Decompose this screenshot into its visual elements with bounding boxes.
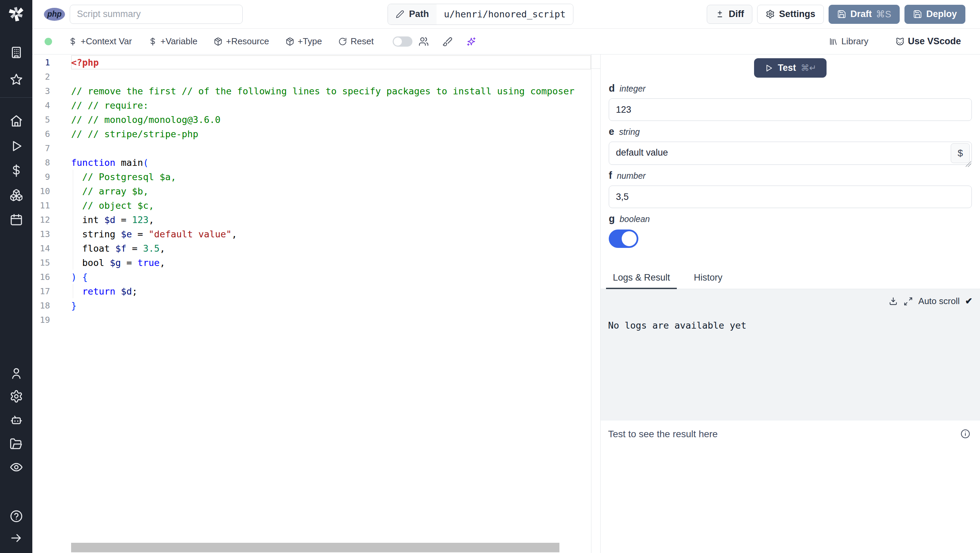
help-icon[interactable] xyxy=(9,509,24,524)
windmill-logo-icon[interactable] xyxy=(7,4,26,23)
resources-boxes-icon[interactable] xyxy=(9,188,24,202)
code-line: 1<?php xyxy=(32,55,591,70)
cat-vscode-icon xyxy=(896,37,904,46)
panel-splitter[interactable] xyxy=(591,54,601,553)
insert-variable-button[interactable]: $ xyxy=(951,143,970,163)
field-name: f xyxy=(609,170,612,181)
line-content: int $d = 123, xyxy=(71,212,591,227)
ai-sparkles-icon[interactable] xyxy=(466,37,476,47)
package-icon xyxy=(214,37,223,46)
autoscroll-label[interactable]: Auto scroll xyxy=(918,296,959,306)
test-shortcut: ⌘↵ xyxy=(801,63,816,73)
library-button[interactable]: Library xyxy=(829,36,868,47)
result-section: Test to see the result here xyxy=(601,421,980,553)
field-g: gboolean xyxy=(609,213,972,248)
star-icon[interactable] xyxy=(9,72,24,87)
code-line: 16) { xyxy=(32,270,591,284)
line-number: 1 xyxy=(32,57,71,67)
path-value: u/henri/honored_script xyxy=(437,4,573,24)
use-vscode-button[interactable]: Use VScode xyxy=(896,36,961,47)
download-logs-icon[interactable] xyxy=(888,296,898,306)
diff-button[interactable]: Diff xyxy=(707,5,752,24)
users-icon[interactable] xyxy=(418,37,429,47)
code-line: 15 bool $g = true, xyxy=(32,255,591,270)
runs-play-icon[interactable] xyxy=(9,139,24,154)
field-g-toggle[interactable] xyxy=(609,229,638,248)
line-content: float $f = 3.5, xyxy=(71,241,591,255)
audit-eye-icon[interactable] xyxy=(9,460,24,475)
editor-horizontal-scrollbar[interactable] xyxy=(71,543,559,552)
line-number: 9 xyxy=(32,172,71,182)
field-f-input[interactable] xyxy=(609,186,972,208)
building-icon[interactable] xyxy=(9,45,24,60)
add-resource-button[interactable]: +Resource xyxy=(214,36,269,47)
code-line: 13 string $e = "default value", xyxy=(32,227,591,241)
code-line: 12 int $d = 123, xyxy=(32,212,591,227)
line-content: <?php xyxy=(71,55,591,70)
logs-section: Auto scroll ✔ No logs are available yet xyxy=(601,289,980,421)
settings-gear-icon[interactable] xyxy=(9,389,24,404)
app-root: php Path u/henri/honored_script Diff xyxy=(0,0,980,553)
save-icon xyxy=(837,10,846,19)
schedules-calendar-icon[interactable] xyxy=(9,212,24,227)
line-number: 17 xyxy=(32,286,71,296)
line-number: 12 xyxy=(32,215,71,225)
gear-icon xyxy=(765,10,775,19)
script-summary-input[interactable] xyxy=(70,5,243,24)
splitter-handle[interactable] xyxy=(592,54,600,69)
line-content: // Postgresql $a, xyxy=(71,170,591,184)
path-label: Path xyxy=(409,9,429,19)
line-number: 10 xyxy=(32,186,71,196)
line-content: function main( xyxy=(71,155,591,170)
field-d-input[interactable] xyxy=(609,99,972,121)
line-content xyxy=(71,141,591,155)
expand-sidebar-arrow-icon[interactable] xyxy=(9,531,24,545)
resize-handle[interactable] xyxy=(966,161,971,167)
dollar-icon xyxy=(68,37,77,46)
field-e-textarea[interactable] xyxy=(609,142,972,165)
deploy-button[interactable]: Deploy xyxy=(904,5,966,24)
variables-dollar-icon[interactable] xyxy=(9,163,24,178)
add-context-var-button[interactable]: +Context Var xyxy=(68,36,132,47)
path-widget[interactable]: Path u/henri/honored_script xyxy=(388,4,573,25)
pencil-icon xyxy=(395,10,404,19)
user-icon[interactable] xyxy=(9,366,24,381)
line-content: } xyxy=(71,298,591,312)
settings-button[interactable]: Settings xyxy=(757,5,824,24)
add-type-button[interactable]: +Type xyxy=(285,36,322,47)
autoscroll-check-icon[interactable]: ✔ xyxy=(965,296,972,306)
info-icon[interactable] xyxy=(960,429,970,439)
library-icon xyxy=(829,37,838,46)
status-dot xyxy=(45,38,52,45)
home-icon[interactable] xyxy=(9,113,24,128)
expand-logs-icon[interactable] xyxy=(904,296,913,306)
play-icon xyxy=(764,64,773,73)
code-editor[interactable]: 1<?php23// remove the first // of the fo… xyxy=(32,54,591,553)
tab-history[interactable]: History xyxy=(687,273,729,289)
code-line: 11 // object $c, xyxy=(32,198,591,212)
workers-bot-icon[interactable] xyxy=(9,413,24,428)
draft-button[interactable]: Draft ⌘S xyxy=(829,5,900,24)
format-brush-icon[interactable] xyxy=(442,37,453,47)
folders-icon[interactable] xyxy=(9,437,24,451)
test-button[interactable]: Test ⌘↵ xyxy=(754,58,827,78)
draft-shortcut: ⌘S xyxy=(876,9,891,20)
line-number: 6 xyxy=(32,129,71,139)
code-line: 2 xyxy=(32,70,591,84)
add-variable-button[interactable]: +Variable xyxy=(148,36,198,47)
field-type: boolean xyxy=(620,214,650,224)
tab-logs-result[interactable]: Logs & Result xyxy=(606,273,677,289)
line-content: ) { xyxy=(71,270,591,284)
toolbar-toggle[interactable] xyxy=(393,37,412,47)
line-number: 13 xyxy=(32,229,71,239)
field-type: string xyxy=(619,127,640,137)
line-content: string $e = "default value", xyxy=(71,227,591,241)
dollar-icon xyxy=(148,37,157,46)
sidebar-divider xyxy=(0,97,32,98)
line-content: // remove the first // of the following … xyxy=(71,84,591,98)
code-line: 3// remove the first // of the following… xyxy=(32,84,591,98)
code-line: 8function main( xyxy=(32,155,591,170)
reset-button[interactable]: Reset xyxy=(338,36,374,47)
panel-tabs: Logs & ResultHistory xyxy=(601,273,980,289)
topbar: php Path u/henri/honored_script Diff xyxy=(32,0,980,29)
